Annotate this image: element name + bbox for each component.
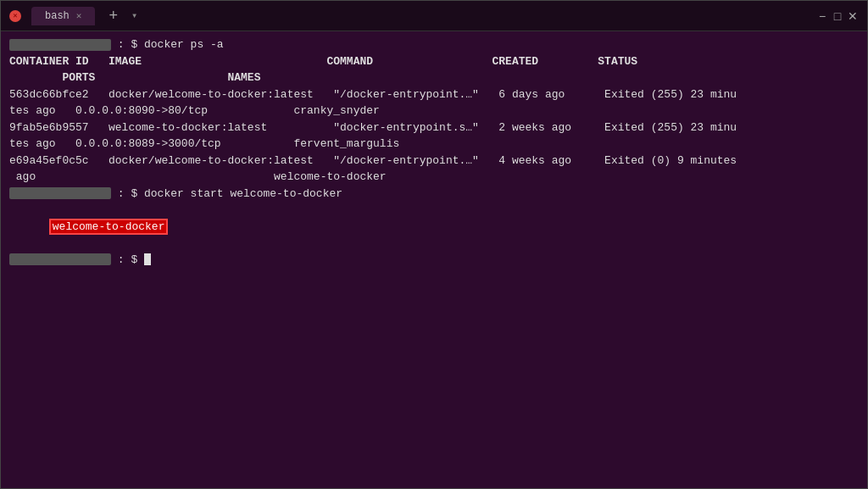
tab-close-icon[interactable]: ✕	[76, 10, 82, 21]
highlighted-output-line: welcome-to-docker	[9, 202, 859, 252]
new-tab-button[interactable]: +	[105, 7, 121, 25]
table-row-1-line1: 563dc66bfce2 docker/welcome-to-docker:la…	[9, 86, 859, 103]
maximize-button[interactable]: □	[832, 10, 843, 22]
prompt-separator-3: : $	[111, 252, 144, 269]
table-row-1-line2: tes ago 0.0.0.0:8090->80/tcp cranky_snyd…	[9, 103, 859, 119]
close-button[interactable]: ✕	[9, 10, 21, 22]
table-row-3-line2: ago welcome-to-docker	[9, 169, 859, 186]
command-1: docker ps -a	[144, 36, 224, 53]
prompt-line-1: : $ docker ps -a	[9, 36, 859, 53]
prompt-separator-2: : $	[111, 186, 144, 203]
prompt-line-2: : $ docker start welcome-to-docker	[9, 186, 859, 203]
terminal-cursor	[144, 253, 151, 265]
table-header-2: PORTS NAMES	[9, 69, 859, 86]
terminal-body[interactable]: : $ docker ps -a CONTAINER ID IMAGE COMM…	[1, 31, 867, 488]
prompt-host-3	[9, 253, 111, 265]
tab-bar: bash ✕	[31, 7, 95, 25]
prompt-line-3: : $	[9, 252, 859, 269]
table-header: CONTAINER ID IMAGE COMMAND CREATED STATU…	[9, 53, 859, 70]
command-2: docker start welcome-to-docker	[144, 186, 342, 203]
prompt-separator-1: : $	[111, 36, 144, 53]
table-row-2-line2: tes ago 0.0.0.0:8089->3000/tcp fervent_m…	[9, 136, 859, 153]
terminal-window: ✕ bash ✕ + ▾ − □ ✕ : $ docker ps -a CONT…	[0, 0, 868, 489]
tab-dropdown-icon[interactable]: ▾	[131, 9, 137, 22]
table-row-2-line1: 9fab5e6b9557 welcome-to-docker:latest "d…	[9, 119, 859, 136]
active-tab[interactable]: bash ✕	[31, 7, 95, 25]
tab-label: bash	[45, 10, 70, 22]
window-controls: − □ ✕	[816, 10, 859, 22]
titlebar: ✕ bash ✕ + ▾ − □ ✕	[1, 1, 867, 31]
minimize-button[interactable]: −	[816, 10, 828, 22]
window-close-button[interactable]: ✕	[847, 10, 859, 22]
prompt-host-2	[9, 187, 111, 199]
table-row-3-line1: e69a45ef0c5c docker/welcome-to-docker:la…	[9, 153, 859, 169]
prompt-host-1	[9, 39, 111, 51]
highlighted-output: welcome-to-docker	[49, 219, 169, 235]
